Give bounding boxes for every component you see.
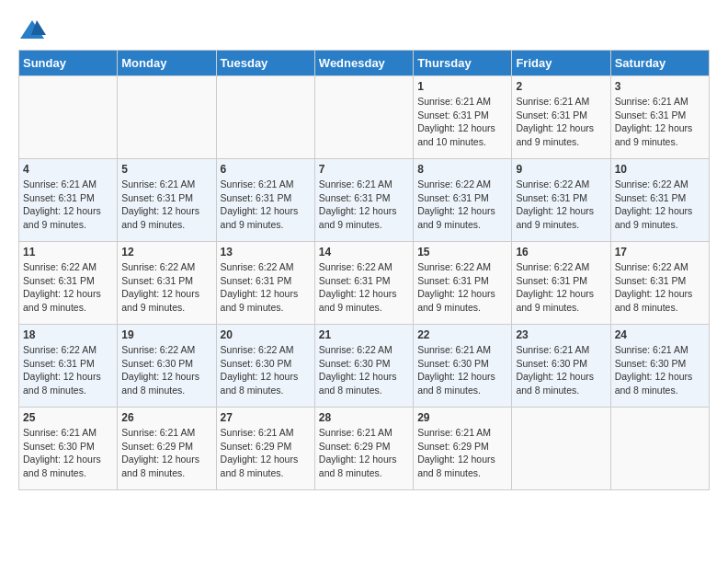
calendar-cell bbox=[118, 76, 216, 159]
day-number: 21 bbox=[319, 328, 409, 341]
calendar-header-row: SundayMondayTuesdayWednesdayThursdayFrid… bbox=[19, 51, 710, 76]
day-number: 13 bbox=[221, 246, 311, 259]
calendar-cell: 11Sunrise: 6:22 AM Sunset: 6:31 PM Dayli… bbox=[19, 242, 118, 325]
day-info: Sunrise: 6:22 AM Sunset: 6:31 PM Dayligh… bbox=[417, 260, 507, 315]
calendar-cell bbox=[314, 76, 413, 159]
day-number: 29 bbox=[417, 411, 507, 424]
calendar-cell: 19Sunrise: 6:22 AM Sunset: 6:30 PM Dayli… bbox=[118, 325, 216, 408]
logo bbox=[18, 18, 50, 40]
calendar-cell: 10Sunrise: 6:22 AM Sunset: 6:31 PM Dayli… bbox=[610, 159, 709, 242]
calendar-cell: 18Sunrise: 6:22 AM Sunset: 6:31 PM Dayli… bbox=[19, 325, 118, 408]
header-tuesday: Tuesday bbox=[216, 51, 314, 76]
day-info: Sunrise: 6:21 AM Sunset: 6:31 PM Dayligh… bbox=[23, 178, 113, 232]
day-info: Sunrise: 6:22 AM Sunset: 6:31 PM Dayligh… bbox=[417, 178, 507, 232]
day-info: Sunrise: 6:21 AM Sunset: 6:30 PM Dayligh… bbox=[516, 343, 606, 397]
calendar-cell: 8Sunrise: 6:22 AM Sunset: 6:31 PM Daylig… bbox=[414, 159, 512, 242]
header-saturday: Saturday bbox=[610, 51, 709, 76]
day-number: 24 bbox=[615, 328, 705, 341]
calendar-cell: 26Sunrise: 6:21 AM Sunset: 6:29 PM Dayli… bbox=[118, 408, 216, 490]
day-number: 23 bbox=[516, 328, 606, 341]
calendar-cell: 29Sunrise: 6:21 AM Sunset: 6:29 PM Dayli… bbox=[414, 408, 512, 490]
day-number: 28 bbox=[319, 411, 409, 424]
calendar-cell: 24Sunrise: 6:21 AM Sunset: 6:30 PM Dayli… bbox=[610, 325, 709, 408]
day-number: 4 bbox=[23, 163, 113, 176]
header-thursday: Thursday bbox=[414, 51, 512, 76]
calendar-cell: 4Sunrise: 6:21 AM Sunset: 6:31 PM Daylig… bbox=[19, 159, 118, 242]
day-info: Sunrise: 6:21 AM Sunset: 6:29 PM Dayligh… bbox=[221, 426, 311, 480]
logo-icon bbox=[18, 18, 46, 40]
calendar-cell: 9Sunrise: 6:22 AM Sunset: 6:31 PM Daylig… bbox=[512, 159, 610, 242]
day-info: Sunrise: 6:21 AM Sunset: 6:29 PM Dayligh… bbox=[417, 426, 507, 480]
day-info: Sunrise: 6:21 AM Sunset: 6:30 PM Dayligh… bbox=[615, 343, 705, 397]
day-number: 12 bbox=[121, 246, 211, 259]
day-info: Sunrise: 6:21 AM Sunset: 6:31 PM Dayligh… bbox=[516, 95, 606, 149]
day-info: Sunrise: 6:22 AM Sunset: 6:31 PM Dayligh… bbox=[516, 178, 606, 232]
calendar-cell: 12Sunrise: 6:22 AM Sunset: 6:31 PM Dayli… bbox=[118, 242, 216, 325]
calendar-week-row: 18Sunrise: 6:22 AM Sunset: 6:31 PM Dayli… bbox=[19, 325, 710, 408]
calendar-cell: 7Sunrise: 6:21 AM Sunset: 6:31 PM Daylig… bbox=[314, 159, 413, 242]
day-info: Sunrise: 6:21 AM Sunset: 6:29 PM Dayligh… bbox=[319, 426, 409, 480]
day-number: 18 bbox=[23, 328, 113, 341]
header-monday: Monday bbox=[118, 51, 216, 76]
day-number: 2 bbox=[516, 80, 606, 93]
day-number: 27 bbox=[221, 411, 311, 424]
day-info: Sunrise: 6:22 AM Sunset: 6:31 PM Dayligh… bbox=[121, 260, 211, 315]
day-number: 25 bbox=[23, 411, 113, 424]
header-wednesday: Wednesday bbox=[314, 51, 413, 76]
day-info: Sunrise: 6:22 AM Sunset: 6:31 PM Dayligh… bbox=[221, 260, 311, 315]
day-number: 9 bbox=[516, 163, 606, 176]
day-number: 10 bbox=[615, 163, 705, 176]
day-info: Sunrise: 6:21 AM Sunset: 6:30 PM Dayligh… bbox=[417, 343, 507, 397]
calendar-cell: 22Sunrise: 6:21 AM Sunset: 6:30 PM Dayli… bbox=[414, 325, 512, 408]
day-info: Sunrise: 6:22 AM Sunset: 6:30 PM Dayligh… bbox=[121, 343, 211, 397]
day-info: Sunrise: 6:21 AM Sunset: 6:31 PM Dayligh… bbox=[319, 178, 409, 232]
day-info: Sunrise: 6:21 AM Sunset: 6:31 PM Dayligh… bbox=[417, 95, 507, 149]
day-number: 16 bbox=[516, 246, 606, 259]
day-number: 20 bbox=[221, 328, 311, 341]
calendar-cell: 21Sunrise: 6:22 AM Sunset: 6:30 PM Dayli… bbox=[314, 325, 413, 408]
calendar-cell bbox=[216, 76, 314, 159]
day-number: 5 bbox=[121, 163, 211, 176]
day-info: Sunrise: 6:22 AM Sunset: 6:31 PM Dayligh… bbox=[319, 260, 409, 315]
day-number: 22 bbox=[417, 328, 507, 341]
day-info: Sunrise: 6:22 AM Sunset: 6:31 PM Dayligh… bbox=[23, 260, 113, 315]
day-number: 17 bbox=[615, 246, 705, 259]
calendar-cell bbox=[512, 408, 610, 490]
calendar-cell: 1Sunrise: 6:21 AM Sunset: 6:31 PM Daylig… bbox=[414, 76, 512, 159]
day-info: Sunrise: 6:21 AM Sunset: 6:31 PM Dayligh… bbox=[615, 95, 705, 149]
calendar-week-row: 1Sunrise: 6:21 AM Sunset: 6:31 PM Daylig… bbox=[19, 76, 710, 159]
calendar-cell: 23Sunrise: 6:21 AM Sunset: 6:30 PM Dayli… bbox=[512, 325, 610, 408]
calendar-cell: 20Sunrise: 6:22 AM Sunset: 6:30 PM Dayli… bbox=[216, 325, 314, 408]
day-number: 14 bbox=[319, 246, 409, 259]
day-number: 1 bbox=[417, 80, 507, 93]
calendar-cell bbox=[19, 76, 118, 159]
day-number: 26 bbox=[121, 411, 211, 424]
day-info: Sunrise: 6:22 AM Sunset: 6:31 PM Dayligh… bbox=[615, 260, 705, 315]
day-number: 6 bbox=[221, 163, 311, 176]
day-info: Sunrise: 6:21 AM Sunset: 6:31 PM Dayligh… bbox=[221, 178, 311, 232]
day-info: Sunrise: 6:22 AM Sunset: 6:30 PM Dayligh… bbox=[319, 343, 409, 397]
header-friday: Friday bbox=[512, 51, 610, 76]
page-header bbox=[18, 18, 710, 40]
day-number: 8 bbox=[417, 163, 507, 176]
calendar-cell: 16Sunrise: 6:22 AM Sunset: 6:31 PM Dayli… bbox=[512, 242, 610, 325]
day-info: Sunrise: 6:22 AM Sunset: 6:31 PM Dayligh… bbox=[615, 178, 705, 232]
day-number: 15 bbox=[417, 246, 507, 259]
calendar-cell bbox=[610, 408, 709, 490]
calendar-week-row: 11Sunrise: 6:22 AM Sunset: 6:31 PM Dayli… bbox=[19, 242, 710, 325]
day-number: 7 bbox=[319, 163, 409, 176]
day-number: 19 bbox=[121, 328, 211, 341]
day-info: Sunrise: 6:21 AM Sunset: 6:29 PM Dayligh… bbox=[121, 426, 211, 480]
day-info: Sunrise: 6:21 AM Sunset: 6:31 PM Dayligh… bbox=[121, 178, 211, 232]
calendar-week-row: 25Sunrise: 6:21 AM Sunset: 6:30 PM Dayli… bbox=[19, 408, 710, 490]
day-number: 3 bbox=[615, 80, 705, 93]
calendar-cell: 5Sunrise: 6:21 AM Sunset: 6:31 PM Daylig… bbox=[118, 159, 216, 242]
day-info: Sunrise: 6:22 AM Sunset: 6:30 PM Dayligh… bbox=[221, 343, 311, 397]
day-number: 11 bbox=[23, 246, 113, 259]
calendar-cell: 6Sunrise: 6:21 AM Sunset: 6:31 PM Daylig… bbox=[216, 159, 314, 242]
day-info: Sunrise: 6:22 AM Sunset: 6:31 PM Dayligh… bbox=[516, 260, 606, 315]
calendar-cell: 25Sunrise: 6:21 AM Sunset: 6:30 PM Dayli… bbox=[19, 408, 118, 490]
calendar-cell: 2Sunrise: 6:21 AM Sunset: 6:31 PM Daylig… bbox=[512, 76, 610, 159]
calendar-week-row: 4Sunrise: 6:21 AM Sunset: 6:31 PM Daylig… bbox=[19, 159, 710, 242]
calendar-cell: 13Sunrise: 6:22 AM Sunset: 6:31 PM Dayli… bbox=[216, 242, 314, 325]
